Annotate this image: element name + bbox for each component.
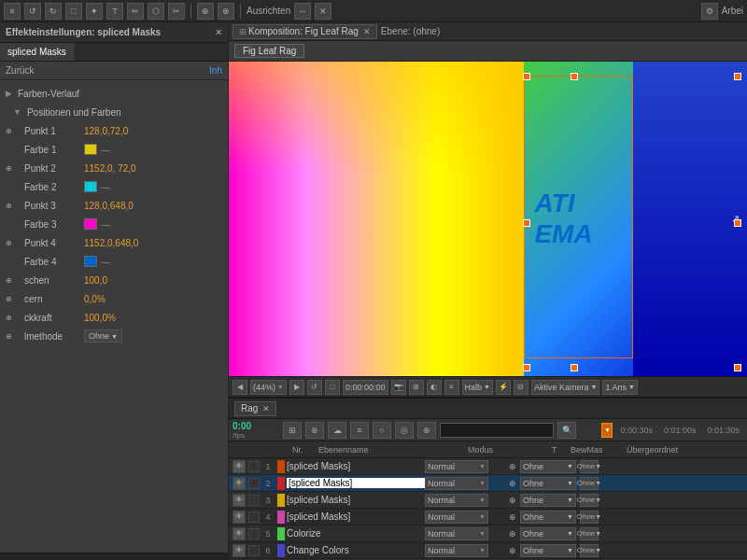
close-icon[interactable]: ✕ bbox=[315, 3, 331, 20]
layer-eye-3[interactable]: 👁 bbox=[233, 494, 246, 507]
punkt1-row[interactable]: ⊕ Punkt 1 128,0,72,0 bbox=[0, 121, 228, 140]
tool3-icon[interactable]: T bbox=[106, 3, 123, 20]
punkt4-row[interactable]: ⊕ Punkt 4 1152,0,648,0 bbox=[0, 233, 228, 252]
parent-select2-2[interactable]: Ohne▼ bbox=[580, 477, 599, 490]
farbe2-row[interactable]: Farbe 2 — bbox=[0, 177, 228, 196]
layer-solo-2[interactable] bbox=[248, 478, 260, 489]
tool5-icon[interactable]: ⬡ bbox=[148, 3, 164, 20]
farbe2-swatch[interactable] bbox=[84, 181, 97, 192]
camera-btn[interactable]: 📷 bbox=[391, 380, 406, 395]
grid-btn[interactable]: ⊞ bbox=[409, 380, 424, 395]
farbe3-row[interactable]: Farbe 3 — bbox=[0, 215, 228, 233]
layer-solo-1[interactable] bbox=[248, 461, 260, 472]
tab-spliced-masks[interactable]: spliced Masks bbox=[0, 43, 75, 61]
farbe4-row[interactable]: Farbe 4 — bbox=[0, 252, 228, 271]
layer-name-6[interactable]: Change Colors bbox=[287, 545, 425, 555]
farbverlauf-section[interactable]: ▶ Farben-Verlauf bbox=[0, 84, 228, 103]
handle-bm[interactable] bbox=[571, 364, 578, 371]
mode-select-3[interactable]: Normal ▼ bbox=[425, 494, 488, 507]
menu-icon[interactable]: ≡ bbox=[4, 3, 21, 20]
playhead-marker[interactable]: ▼ bbox=[601, 423, 613, 438]
tc-btn7[interactable]: ⊗ bbox=[417, 422, 436, 439]
channel-btn[interactable]: ≡ bbox=[444, 380, 459, 395]
farbe1-swatch[interactable] bbox=[84, 144, 97, 155]
tool8-icon[interactable]: ⊗ bbox=[218, 3, 234, 20]
quality-dropdown[interactable]: Halb ▼ bbox=[462, 380, 493, 395]
parent-select2-3[interactable]: Ohne▼ bbox=[580, 494, 599, 507]
view-dropdown[interactable]: 1 Ans ▼ bbox=[602, 380, 637, 395]
parent-select2-4[interactable]: Ohne▼ bbox=[580, 511, 599, 524]
tool2-icon[interactable]: ✦ bbox=[86, 3, 103, 20]
viewer-name-tab[interactable]: Fig Leaf Rag bbox=[234, 44, 304, 58]
layer-eye-5[interactable]: 👁 bbox=[233, 527, 246, 540]
tool4-icon[interactable]: ✏ bbox=[127, 3, 144, 20]
layer-mode-5[interactable]: Normal ▼ bbox=[425, 527, 488, 540]
camera-dropdown[interactable]: Aktive Kamera ▼ bbox=[531, 380, 599, 395]
parent-select-6[interactable]: Ohne▼ bbox=[520, 544, 576, 557]
parent-select-4[interactable]: Ohne▼ bbox=[520, 511, 576, 524]
zoom-in-btn[interactable]: ▶ bbox=[289, 380, 304, 395]
farbe4-swatch[interactable] bbox=[84, 256, 97, 267]
handle-bl[interactable] bbox=[523, 364, 530, 371]
tc-btn5[interactable]: ○ bbox=[373, 422, 391, 439]
tool7-icon[interactable]: ⊕ bbox=[197, 3, 214, 20]
punkt2-row[interactable]: ⊕ Punkt 2 1152,0, 72,0 bbox=[0, 159, 228, 177]
zoom-out-btn[interactable]: ◀ bbox=[233, 380, 247, 395]
lmethode-dropdown[interactable]: Ohne ▼ bbox=[84, 329, 122, 343]
layer-name-5[interactable]: Colorize bbox=[287, 528, 425, 539]
mode-select-1[interactable]: Normal ▼ bbox=[425, 460, 488, 473]
parent-select-1[interactable]: Ohne▼ bbox=[520, 460, 576, 473]
layer-row[interactable]: 👁 3 [spliced Masks] Normal ▼ ⊕ bbox=[229, 492, 747, 509]
timeline-tab-close[interactable]: ✕ bbox=[262, 404, 270, 413]
timeline-tab-rag[interactable]: Rag ✕ bbox=[234, 401, 276, 416]
parent-select2-6[interactable]: Ohne▼ bbox=[580, 544, 599, 557]
layer-eye-4[interactable]: 👁 bbox=[233, 511, 246, 524]
schen-row[interactable]: ⊕ schen 100,0 bbox=[0, 271, 228, 289]
left-panel-scrollbar[interactable] bbox=[0, 553, 228, 560]
fast-preview-btn[interactable]: ⚡ bbox=[496, 380, 511, 395]
layer-eye-2[interactable]: 👁 bbox=[233, 477, 246, 490]
layer-row[interactable]: 👁 2 [spliced Masks] Normal ▼ ⊕ bbox=[229, 475, 747, 492]
layer-mode-3[interactable]: Normal ▼ bbox=[425, 494, 488, 507]
layer-solo-4[interactable] bbox=[248, 511, 260, 523]
layer-solo-6[interactable] bbox=[248, 545, 260, 556]
layer-name-2[interactable]: [spliced Masks] bbox=[287, 478, 425, 488]
handle-tr[interactable] bbox=[734, 73, 741, 80]
positionen-section[interactable]: ▼ Positionen und Farben bbox=[0, 103, 228, 121]
layer-mode-6[interactable]: Normal ▼ bbox=[425, 544, 488, 557]
tool1-icon[interactable]: □ bbox=[65, 3, 82, 20]
handle-br[interactable] bbox=[734, 364, 741, 371]
timeline-search[interactable] bbox=[440, 423, 554, 438]
punkt3-row[interactable]: ⊕ Punkt 3 128,0,648,0 bbox=[0, 196, 228, 215]
mode-select-4[interactable]: Normal ▼ bbox=[425, 511, 488, 524]
panel-close-icon[interactable]: ✕ bbox=[215, 27, 222, 37]
layer-name-4[interactable]: [spliced Masks] bbox=[287, 511, 425, 522]
layer-row[interactable]: 👁 6 Change Colors Normal ▼ ⊕ bbox=[229, 542, 747, 559]
align-icon[interactable]: ↔ bbox=[294, 3, 311, 20]
handle-tm[interactable] bbox=[571, 73, 578, 80]
pixel-ratio-btn[interactable]: ⊟ bbox=[514, 380, 529, 395]
layer-eye-6[interactable]: 👁 bbox=[233, 544, 246, 557]
layer-row[interactable]: 👁 5 Colorize Normal ▼ ⊕ bbox=[229, 525, 747, 542]
parent-select2-1[interactable]: Ohne▼ bbox=[580, 460, 599, 473]
layer-mode-4[interactable]: Normal ▼ bbox=[425, 511, 488, 524]
komposition-close-icon[interactable]: ✕ bbox=[363, 27, 371, 36]
cern-row[interactable]: ⊕ cern 0,0% bbox=[0, 289, 228, 308]
undo-icon[interactable]: ↺ bbox=[24, 3, 41, 20]
layer-eye-1[interactable]: 👁 bbox=[233, 460, 246, 473]
redo-icon[interactable]: ↻ bbox=[45, 3, 62, 20]
farbe3-swatch[interactable] bbox=[84, 218, 97, 230]
mode-select-5[interactable]: Normal ▼ bbox=[425, 527, 488, 540]
handle-tl[interactable] bbox=[523, 73, 530, 80]
tc-btn2[interactable]: ⊕ bbox=[305, 422, 324, 439]
tab-komposition[interactable]: ⊞ Komposition: Fig Leaf Rag ✕ bbox=[233, 24, 377, 39]
farbe1-row[interactable]: Farbe 1 — bbox=[0, 140, 228, 159]
tc-btn6[interactable]: ◎ bbox=[395, 422, 414, 439]
color-btn[interactable]: ◐ bbox=[427, 380, 442, 395]
layer-row[interactable]: 👁 4 [spliced Masks] Normal ▼ ⊕ bbox=[229, 509, 747, 525]
parent-select-5[interactable]: Ohne▼ bbox=[520, 527, 576, 540]
reset-btn[interactable]: ↺ bbox=[307, 380, 322, 395]
handle-ml[interactable] bbox=[523, 219, 530, 227]
layer-name-3[interactable]: [spliced Masks] bbox=[287, 495, 425, 505]
mode-select-6[interactable]: Normal ▼ bbox=[425, 544, 488, 557]
